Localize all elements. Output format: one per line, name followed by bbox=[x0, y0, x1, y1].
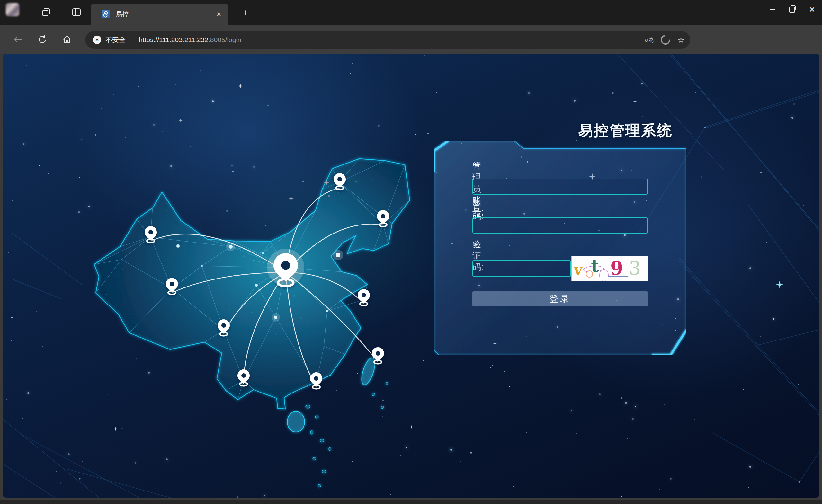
back-button[interactable] bbox=[11, 32, 25, 47]
sparkle-icon bbox=[238, 84, 243, 89]
captcha-image[interactable]: v t 9 3 bbox=[571, 256, 648, 281]
translate-icon[interactable]: aあ bbox=[643, 33, 657, 47]
divider bbox=[132, 36, 132, 44]
refresh-button[interactable] bbox=[35, 32, 49, 47]
restore-button[interactable] bbox=[782, 0, 802, 19]
tab-title: 易控 bbox=[116, 10, 214, 19]
captcha-char: t bbox=[591, 257, 599, 274]
tab-close-icon[interactable]: ✕ bbox=[214, 9, 224, 20]
sparkle-icon bbox=[179, 118, 182, 122]
not-secure-icon: ✕ bbox=[93, 36, 101, 44]
favorite-star-icon[interactable]: ☆ bbox=[674, 33, 688, 47]
tab-actions-icon[interactable] bbox=[71, 6, 82, 18]
window-bottom-edge bbox=[0, 500, 822, 504]
captcha-input[interactable] bbox=[472, 260, 571, 277]
browser-window: 易控 ✕ + ✕ ✕ 不安全 https://111.2 bbox=[0, 0, 822, 504]
address-bar[interactable]: ✕ 不安全 https://111.203.211.232:8005/login… bbox=[85, 31, 690, 48]
new-tab-button[interactable]: + bbox=[239, 7, 253, 19]
navigation-toolbar: ✕ 不安全 https://111.203.211.232:8005/login… bbox=[0, 25, 822, 54]
url-scheme: https bbox=[139, 36, 153, 43]
webpage-content: 易控管理系统 管理员账号: 密码: 验证码: bbox=[3, 54, 819, 498]
sparkle-icon bbox=[776, 281, 783, 289]
sparkle-icon bbox=[289, 196, 294, 201]
url-path: :8005/login bbox=[208, 36, 241, 43]
login-button[interactable]: 登录 bbox=[472, 291, 648, 307]
url-host: ://111.203.211.232 bbox=[153, 36, 208, 43]
url-text: https://111.203.211.232:8005/login bbox=[139, 36, 241, 44]
sparkle-icon bbox=[410, 425, 413, 429]
home-button[interactable] bbox=[60, 32, 74, 47]
tab-favicon-icon bbox=[101, 10, 110, 18]
captcha-noise-ellipse bbox=[599, 269, 608, 281]
active-tab[interactable]: 易控 ✕ bbox=[91, 4, 228, 25]
sparkle-icon bbox=[324, 179, 329, 185]
captcha-char: 9 bbox=[610, 259, 623, 278]
captcha-char: v bbox=[574, 263, 582, 277]
profile-avatar[interactable] bbox=[6, 3, 19, 16]
captcha-char: 3 bbox=[629, 259, 641, 278]
close-button[interactable]: ✕ bbox=[802, 0, 822, 19]
security-label: 不安全 bbox=[105, 35, 126, 44]
sparkle-icon bbox=[327, 194, 331, 198]
sparkle-icon bbox=[633, 100, 637, 103]
tab-bar: 易控 ✕ + ✕ bbox=[0, 0, 822, 25]
minimize-button[interactable] bbox=[762, 0, 782, 19]
password-input[interactable] bbox=[472, 217, 648, 233]
minimize-icon bbox=[770, 9, 775, 10]
sparkles bbox=[3, 54, 819, 498]
sparkle-icon bbox=[54, 219, 57, 221]
account-input[interactable] bbox=[472, 178, 648, 195]
site-security-chip[interactable]: ✕ 不安全 bbox=[93, 35, 139, 44]
read-aloud-icon[interactable] bbox=[659, 33, 672, 47]
restore-icon bbox=[789, 7, 795, 13]
login-panel-frame bbox=[434, 141, 687, 355]
page-title: 易控管理系统 bbox=[561, 121, 690, 141]
sparkle-icon bbox=[113, 427, 118, 431]
workspaces-icon[interactable] bbox=[40, 6, 52, 18]
